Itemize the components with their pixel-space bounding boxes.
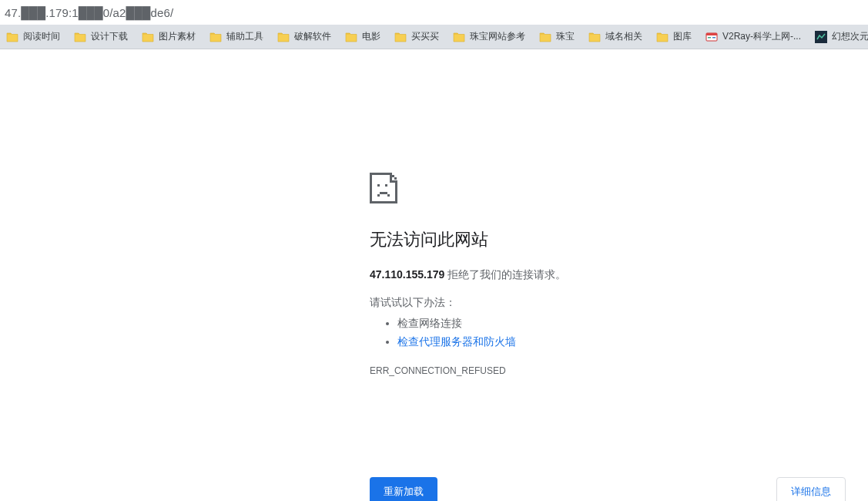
bookmark-bar: 阅读时间设计下载图片素材辅助工具破解软件电影买买买珠宝网站参考珠宝域名相关图库V… [0, 25, 868, 49]
svg-rect-16 [380, 192, 387, 194]
bookmark-label: 设计下载 [91, 30, 128, 43]
svg-rect-9 [395, 180, 397, 203]
sad-page-icon [370, 173, 847, 203]
suggestion-item-0: 检查网络连接 [397, 314, 847, 333]
bookmark-label: 电影 [362, 30, 380, 43]
error-code: ERR_CONNECTION_REFUSED [370, 365, 847, 376]
folder-icon [277, 32, 290, 42]
folder-icon [142, 32, 154, 42]
bookmark-label: V2Ray-科学上网-... [722, 30, 801, 43]
folder-icon [588, 32, 601, 42]
bookmark-label: 破解软件 [294, 30, 331, 43]
folder-icon [394, 32, 407, 42]
error-title: 无法访问此网站 [370, 228, 847, 251]
bookmark-label: 图片素材 [159, 30, 196, 43]
svg-rect-2 [708, 37, 711, 39]
details-button[interactable]: 详细信息 [776, 477, 846, 501]
bookmark-label: 买买买 [411, 30, 439, 43]
bookmark-label: 幻想次元 | 漫 [832, 30, 868, 43]
suggestion-link[interactable]: 检查代理服务器和防火墙 [397, 335, 516, 348]
svg-rect-5 [370, 173, 390, 175]
svg-rect-10 [370, 201, 397, 203]
bookmark-label: 珠宝 [556, 30, 575, 43]
bookmark-item-4[interactable]: 破解软件 [271, 26, 339, 48]
error-message: 47.110.155.179 拒绝了我们的连接请求。 [370, 268, 847, 282]
bookmark-item-0[interactable]: 阅读时间 [0, 26, 68, 48]
svg-rect-3 [712, 37, 716, 39]
error-container: 无法访问此网站 47.110.155.179 拒绝了我们的连接请求。 请试试以下… [370, 173, 847, 376]
bookmark-label: 阅读时间 [23, 30, 60, 43]
bookmark-item-10[interactable]: 图库 [650, 26, 699, 48]
folder-icon [74, 32, 86, 42]
bookmark-item-3[interactable]: 辅助工具 [203, 26, 271, 48]
address-bar[interactable]: 47.███.179:1███0/a2███de6/ [0, 0, 868, 25]
error-message-suffix: 拒绝了我们的连接请求。 [444, 268, 566, 281]
bookmark-item-5[interactable]: 电影 [339, 26, 388, 48]
folder-icon [6, 32, 18, 42]
bookmark-item-2[interactable]: 图片素材 [136, 26, 203, 48]
svg-rect-17 [377, 194, 380, 197]
bookmark-label: 辅助工具 [226, 30, 263, 43]
suggestion-item-1: 检查代理服务器和防火墙 [397, 333, 847, 351]
bookmark-item-8[interactable]: 珠宝 [533, 26, 582, 48]
bookmark-label: 图库 [673, 30, 692, 43]
bookmark-label: 域名相关 [605, 30, 642, 43]
folder-icon [656, 32, 669, 42]
suggestions-label: 请试试以下办法： [370, 296, 847, 310]
bookmark-item-12[interactable]: 幻想次元 | 漫 [809, 26, 868, 48]
button-row: 重新加载 详细信息 [370, 477, 846, 501]
error-page-content: 无法访问此网站 47.110.155.179 拒绝了我们的连接请求。 请试试以下… [0, 49, 868, 376]
svg-rect-18 [387, 194, 390, 197]
bookmark-item-11[interactable]: V2Ray-科学上网-... [699, 26, 809, 48]
svg-rect-12 [392, 175, 394, 177]
suggestions-list: 检查网络连接检查代理服务器和防火墙 [370, 314, 847, 351]
svg-rect-6 [370, 173, 372, 203]
bookmark-item-1[interactable]: 设计下载 [68, 26, 136, 48]
svg-rect-1 [706, 33, 717, 35]
svg-rect-15 [385, 184, 387, 187]
bookmark-item-7[interactable]: 珠宝网站参考 [447, 26, 533, 48]
site-icon [815, 31, 827, 43]
error-host: 47.110.155.179 [370, 268, 444, 281]
site-icon [705, 31, 718, 43]
bookmark-item-9[interactable]: 域名相关 [582, 26, 650, 48]
reload-button[interactable]: 重新加载 [370, 477, 437, 501]
folder-icon [209, 32, 222, 42]
svg-rect-14 [377, 184, 380, 187]
svg-rect-13 [394, 177, 397, 180]
bookmark-label: 珠宝网站参考 [470, 30, 525, 43]
bookmark-item-6[interactable]: 买买买 [388, 26, 447, 48]
folder-icon [345, 32, 357, 42]
folder-icon [539, 32, 551, 42]
folder-icon [453, 32, 465, 42]
svg-rect-11 [390, 173, 392, 175]
url-text: 47.███.179:1███0/a2███de6/ [5, 6, 173, 19]
